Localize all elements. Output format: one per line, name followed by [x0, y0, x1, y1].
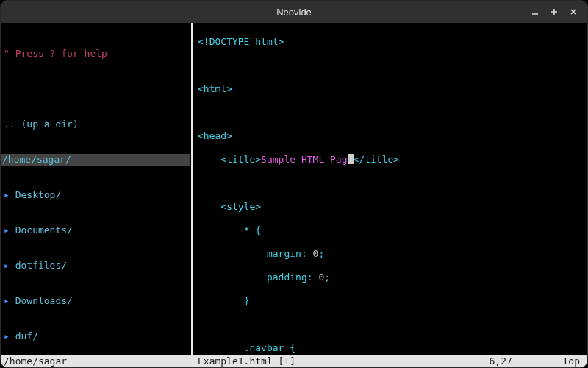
maximize-icon — [550, 7, 559, 16]
dir-entry[interactable]: ▸ Downloads/ — [4, 295, 187, 307]
code-line: } — [198, 295, 583, 307]
code-line: padding: 0; — [198, 272, 583, 283]
code-line: <html> — [198, 83, 583, 95]
titlebar[interactable]: Neovide — [1, 1, 587, 23]
dir-entry[interactable]: ▸ Desktop/ — [4, 189, 187, 201]
status-file: Example1.html [+] — [193, 355, 490, 367]
dir-entry[interactable]: ▸ duf/ — [4, 330, 187, 342]
file-tree[interactable]: " Press ? for help .. (up a dir) /home/s… — [1, 23, 190, 355]
minimize-icon — [531, 7, 539, 16]
current-dir[interactable]: /home/sagar/ — [1, 154, 190, 166]
code-line: <head> — [198, 130, 583, 142]
maximize-button[interactable] — [545, 2, 564, 21]
editor-content: " Press ? for help .. (up a dir) /home/s… — [1, 23, 587, 355]
chevron-right-icon: ▸ — [4, 330, 15, 342]
close-icon — [569, 7, 578, 16]
window-controls — [526, 2, 583, 21]
status-cursor-pos: 6,27 — [490, 355, 563, 367]
code-line: <style> — [198, 201, 583, 213]
code-line — [198, 107, 583, 118]
status-cwd: /home/sagar — [4, 355, 193, 367]
text-cursor — [348, 154, 354, 164]
chevron-right-icon: ▸ — [4, 260, 15, 271]
app-window: Neovide " Press ? for help .. (up a dir)… — [0, 0, 588, 368]
split-divider[interactable] — [191, 23, 193, 355]
dir-entry[interactable]: ▸ Documents/ — [4, 224, 187, 236]
dir-entry[interactable]: ▸ dotfiles/ — [4, 260, 187, 272]
code-line: margin: 0; — [198, 248, 583, 260]
close-button[interactable] — [564, 2, 583, 21]
code-line: <!DOCTYPE html> — [198, 36, 583, 48]
chevron-right-icon: ▸ — [4, 295, 15, 306]
chevron-right-icon: ▸ — [4, 189, 15, 200]
code-line — [198, 60, 583, 71]
window-title: Neovide — [276, 7, 312, 18]
code-line — [198, 319, 583, 330]
code-line — [198, 177, 583, 189]
chevron-right-icon: ▸ — [4, 224, 15, 236]
code-line: .navbar { — [198, 342, 583, 354]
up-dir[interactable]: .. (up a dir) — [4, 118, 187, 130]
status-scroll: Top — [563, 355, 584, 367]
statusbar: /home/sagar Example1.html [+] 6,27 Top — [1, 355, 587, 367]
code-line: <title>Sample HTML Pag</title> — [198, 154, 583, 166]
code-line: * { — [198, 224, 583, 236]
code-editor[interactable]: <!DOCTYPE html> <html> <head> <title>Sam… — [193, 23, 587, 355]
minimize-button[interactable] — [526, 2, 545, 21]
blank-line — [4, 83, 187, 95]
help-hint: " Press ? for help — [4, 48, 187, 60]
